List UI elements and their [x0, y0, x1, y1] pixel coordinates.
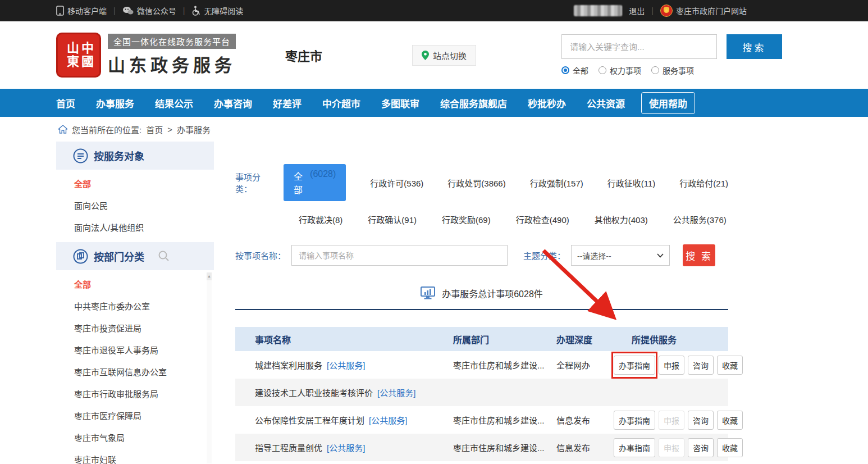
city-name: 枣庄市 — [285, 46, 322, 64]
sidebar-dept-party-office[interactable]: 中共枣庄市委办公室 — [56, 295, 214, 317]
sidebar-section-service-object: 按服务对象 — [56, 142, 214, 170]
tab-admin-ruling[interactable]: 行政裁决(8) — [299, 213, 342, 225]
sidebar-item-all-objects[interactable]: 全部 — [56, 173, 214, 195]
sidebar-dept-meteorology[interactable]: 枣庄市气象局 — [56, 427, 214, 449]
consult-button[interactable]: 咨询 — [688, 438, 714, 457]
topic-select[interactable]: --请选择-- — [571, 245, 670, 266]
services-table: 事项名称 所属部门 办理深度 所提供服务 城建档案利用服务[公共服务] 枣庄市住… — [235, 327, 728, 464]
location-pin-icon — [422, 51, 429, 60]
tab-admin-collection[interactable]: 行政征收(11) — [607, 177, 656, 189]
apply-button-disabled: 申报 — [659, 411, 684, 430]
favorite-button[interactable]: 收藏 — [717, 411, 743, 430]
radio-dot — [599, 66, 606, 74]
tab-admin-reward[interactable]: 行政奖励(69) — [442, 213, 491, 225]
apply-button-disabled: 申报 — [659, 438, 684, 457]
item-name-link[interactable]: 公布保障性安居工程年度计划 — [255, 416, 364, 425]
wechat-icon — [122, 6, 134, 15]
public-service-tag[interactable]: [公共服务] — [327, 361, 365, 370]
item-name-label: 按事项名称： — [235, 249, 286, 261]
consult-button[interactable]: 咨询 — [688, 356, 714, 375]
tab-public-service[interactable]: 公共服务(376) — [673, 213, 727, 225]
mobile-app-link[interactable]: 移动客户端 — [56, 5, 107, 16]
nav-public-resources[interactable]: 公共资源 — [587, 96, 625, 110]
sidebar-dept-investment[interactable]: 枣庄市投资促进局 — [56, 317, 214, 339]
table-header-row: 事项名称 所属部门 办理深度 所提供服务 — [235, 327, 728, 351]
breadcrumb-current[interactable]: 办事服务 — [177, 124, 211, 135]
nav-results[interactable]: 结果公示 — [155, 96, 193, 110]
guide-button[interactable]: 办事指南 — [614, 411, 655, 430]
accessibility-link[interactable]: 无障碍阅读 — [191, 5, 243, 16]
site-header: 山東 中國 全国一体化在线政务服务平台 山东政务服务 枣庄市 站点切换 搜索 全… — [0, 21, 868, 89]
divider: | — [113, 6, 116, 15]
tab-admin-penalty[interactable]: 行政处罚(3866) — [447, 177, 505, 189]
tab-all-active[interactable]: 全部(6028) — [284, 164, 346, 201]
radio-dot — [651, 66, 659, 74]
guide-button[interactable]: 办事指南 — [614, 356, 655, 375]
radio-dot — [561, 66, 569, 74]
tab-other-powers[interactable]: 其他权力(403) — [595, 213, 648, 225]
item-search-button[interactable]: 搜 索 — [683, 244, 715, 266]
nav-instant-approval[interactable]: 秒批秒办 — [528, 96, 566, 110]
table-row: 城建档案利用服务[公共服务] 枣庄市住房和城乡建设... 全程网办 办事指南 申… — [235, 351, 728, 379]
nav-agency-market[interactable]: 中介超市 — [322, 96, 360, 110]
nav-rating[interactable]: 好差评 — [273, 96, 301, 110]
department-circle-icon — [73, 249, 88, 264]
public-service-tag[interactable]: [公共服务] — [369, 416, 407, 425]
keyword-search-input[interactable] — [561, 34, 717, 59]
shandong-seal-logo: 山東 中國 — [56, 33, 101, 78]
sidebar-item-legal-persons[interactable]: 面向法人/其他组织 — [56, 217, 214, 239]
sidebar-section-department: 按部门分类 — [56, 242, 214, 270]
consult-button[interactable]: 咨询 — [688, 411, 714, 430]
main-nav: 首页 办事服务 结果公示 办事咨询 好差评 中介超市 多图联审 综合服务旗舰店 … — [0, 89, 868, 117]
tab-admin-license[interactable]: 行政许可(536) — [370, 177, 423, 189]
sidebar-item-citizens[interactable]: 面向公民 — [56, 195, 214, 217]
nav-home[interactable]: 首页 — [56, 96, 75, 110]
sidebar-dept-all[interactable]: 全部 — [56, 274, 214, 295]
tab-admin-confirmation[interactable]: 行政确认(91) — [368, 213, 417, 225]
sidebar: 按服务对象 全部 面向公民 面向法人/其他组织 按部门分类 全部 中共枣庄市委办… — [56, 142, 214, 464]
favorite-button[interactable]: 收藏 — [717, 438, 743, 457]
sidebar-scrollbar[interactable]: ▲ — [207, 272, 212, 463]
portal-link[interactable]: ★ 枣庄市政府门户网站 — [660, 4, 747, 17]
nav-multi-review[interactable]: 多图联审 — [381, 96, 419, 110]
item-name-link[interactable]: 指导工程质量创优 — [255, 443, 322, 453]
guide-button[interactable]: 办事指南 — [614, 438, 655, 457]
sidebar-dept-admin-approval[interactable]: 枣庄市行政审批服务局 — [56, 383, 214, 405]
radio-power-items[interactable]: 权力事项 — [599, 65, 641, 76]
item-name-input[interactable] — [291, 245, 508, 266]
item-name-link[interactable]: 建设技术工人职业技能考核评价 — [255, 388, 373, 398]
nav-help-button[interactable]: 使用帮助 — [641, 92, 695, 114]
item-name-link[interactable]: 城建档案利用服务 — [255, 361, 322, 370]
wheelchair-icon — [191, 6, 200, 16]
favorite-button[interactable]: 收藏 — [717, 356, 743, 375]
chart-monitor-icon — [421, 286, 435, 300]
tab-admin-payment[interactable]: 行政给付(21) — [679, 177, 728, 189]
breadcrumb-home-link[interactable]: 首页 — [146, 124, 163, 135]
logout-link[interactable]: 退出 — [629, 5, 645, 16]
radio-service-items[interactable]: 服务事项 — [651, 65, 694, 76]
nav-consult[interactable]: 办事咨询 — [214, 96, 252, 110]
list-circle-icon — [73, 148, 88, 163]
tab-admin-inspection[interactable]: 行政检查(490) — [516, 213, 569, 225]
nav-flagship-store[interactable]: 综合服务旗舰店 — [440, 96, 507, 110]
department-search-icon[interactable] — [158, 250, 170, 262]
home-icon — [58, 125, 67, 134]
wechat-link[interactable]: 微信公众号 — [122, 5, 176, 16]
sidebar-dept-internet-info[interactable]: 枣庄市互联网信息办公室 — [56, 361, 214, 383]
scroll-up-arrow[interactable]: ▲ — [207, 272, 212, 280]
radio-all[interactable]: 全部 — [561, 65, 588, 76]
public-service-tag[interactable]: [公共服务] — [377, 388, 415, 398]
sidebar-dept-medical-security[interactable]: 枣庄市医疗保障局 — [56, 405, 214, 427]
keyword-search-button[interactable]: 搜索 — [727, 34, 782, 59]
main-panel: 事项分类： 全部(6028) 行政许可(536) 行政处罚(3866) 行政强制… — [235, 142, 728, 464]
public-service-tag[interactable]: [公共服务] — [327, 443, 365, 453]
site-switch-button[interactable]: 站点切换 — [412, 45, 476, 66]
tab-admin-coercion[interactable]: 行政强制(157) — [530, 177, 583, 189]
apply-button[interactable]: 申报 — [659, 356, 684, 375]
sidebar-dept-womens-federation[interactable]: 枣庄市妇联 — [56, 449, 214, 464]
nav-services[interactable]: 办事服务 — [96, 96, 134, 110]
breadcrumb: 您当前所在的位置: 首页 > 办事服务 — [0, 117, 868, 142]
platform-badge: 全国一体化在线政务服务平台 — [108, 34, 236, 49]
department-list: 全部 中共枣庄市委办公室 枣庄市投资促进局 枣庄市退役军人事务局 枣庄市互联网信… — [56, 270, 214, 464]
sidebar-dept-veterans[interactable]: 枣庄市退役军人事务局 — [56, 339, 214, 361]
